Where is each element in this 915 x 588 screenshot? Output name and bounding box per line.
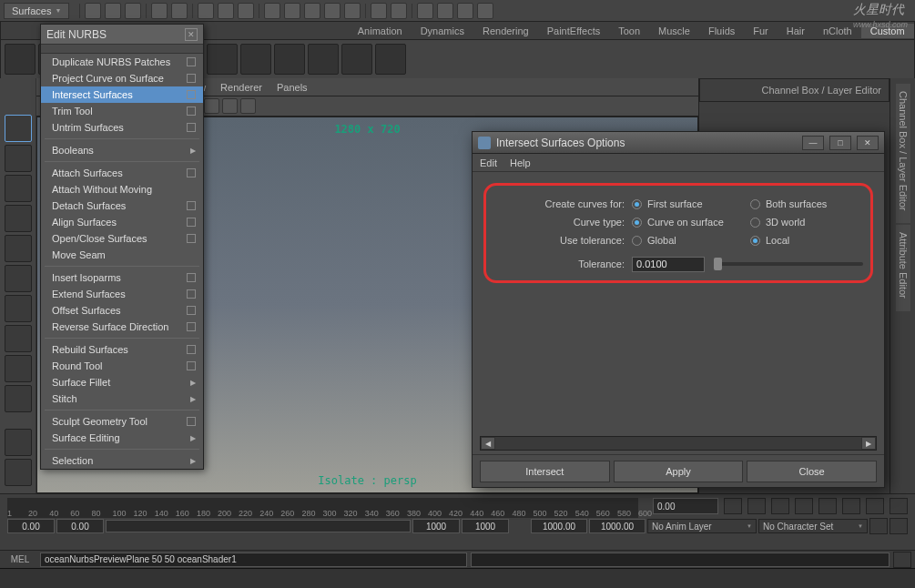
dialog-menu-edit[interactable]: Edit (480, 157, 497, 168)
snap-plane-icon[interactable] (324, 3, 341, 19)
redo-icon[interactable] (171, 3, 188, 19)
shelf-tab-animation[interactable]: Animation (349, 24, 412, 38)
time-ruler[interactable]: 1204060801001201401601802002202402602803… (7, 498, 638, 518)
menu-item-move-seam[interactable]: Move Seam (41, 247, 203, 263)
snap-curve-icon[interactable] (284, 3, 300, 19)
current-frame-input[interactable] (653, 498, 718, 514)
undo-icon[interactable] (151, 3, 168, 19)
menu-item-open-close-surfaces[interactable]: Open/Close Surfaces (41, 230, 203, 247)
range-end2[interactable] (589, 519, 646, 533)
menu-item-surface-fillet[interactable]: Surface Fillet▶ (41, 374, 203, 390)
menu-item-intersect-surfaces[interactable]: Intersect Surfaces (41, 86, 203, 103)
option-box-icon[interactable] (187, 306, 196, 315)
tolerance-slider[interactable] (714, 262, 863, 266)
option-box-icon[interactable] (187, 90, 196, 99)
option-box-icon[interactable] (187, 273, 196, 282)
menu-tear-strip[interactable] (41, 45, 203, 54)
shelf-icon[interactable] (375, 44, 406, 75)
option-box-icon[interactable] (187, 322, 196, 331)
range-in-input[interactable] (56, 519, 104, 533)
play-fwd-icon[interactable] (818, 498, 837, 514)
radio-both-surfaces[interactable]: Both surfaces (750, 198, 827, 209)
lasso-icon[interactable] (218, 3, 234, 19)
menu-item-extend-surfaces[interactable]: Extend Surfaces (41, 286, 203, 302)
step-fwd-icon[interactable] (866, 498, 884, 514)
four-view-icon[interactable] (5, 459, 32, 486)
range-out-input[interactable] (412, 519, 460, 533)
command-input[interactable] (40, 553, 467, 567)
vp-menu-panels[interactable]: Panels (277, 82, 308, 93)
soft-mod-tool-icon[interactable] (5, 325, 32, 352)
shelf-icon[interactable] (341, 44, 372, 75)
maximize-icon[interactable]: □ (829, 136, 851, 150)
shelf-icon[interactable] (5, 44, 36, 75)
option-box-icon[interactable] (187, 74, 196, 83)
menu-item-duplicate-nurbs-patches[interactable]: Duplicate NURBS Patches (41, 54, 203, 70)
play-back-icon[interactable] (795, 498, 813, 514)
minimize-icon[interactable]: — (802, 136, 824, 150)
next-key-icon[interactable] (842, 498, 860, 514)
scroll-left-icon[interactable]: ◀ (481, 437, 495, 450)
radio-global[interactable]: Global (632, 235, 750, 246)
radio-curve-on-surface[interactable]: Curve on surface (632, 217, 750, 228)
vp-icon[interactable] (222, 98, 238, 114)
menu-item-trim-tool[interactable]: Trim Tool (41, 103, 203, 119)
close-button[interactable]: Close (747, 461, 877, 482)
render-settings-icon[interactable] (457, 3, 473, 19)
close-icon[interactable]: ✕ (857, 136, 879, 150)
menu-titlebar[interactable]: Edit NURBS ✕ (41, 25, 203, 45)
show-manipulator-icon[interactable] (5, 355, 32, 382)
fast-fwd-icon[interactable] (890, 498, 908, 514)
shelf-icon[interactable] (308, 44, 339, 75)
range-slider[interactable] (106, 520, 411, 532)
paint-tool-icon[interactable] (5, 175, 32, 202)
snap-grid-icon[interactable] (264, 3, 280, 19)
shelf-tab-hair[interactable]: Hair (778, 24, 814, 38)
vp-icon[interactable] (204, 98, 219, 114)
shelf-tab-painteffects[interactable]: PaintEffects (538, 24, 610, 38)
select-tool-icon[interactable] (5, 115, 32, 142)
vp-icon[interactable] (240, 98, 256, 114)
shelf-icon[interactable] (274, 44, 305, 75)
radio-3d-world[interactable]: 3D world (750, 217, 805, 228)
intersect-button[interactable]: Intersect (480, 461, 610, 482)
radio-local[interactable]: Local (750, 235, 789, 246)
menu-close-icon[interactable]: ✕ (185, 28, 198, 41)
snap-point-icon[interactable] (304, 3, 320, 19)
paint-select-icon[interactable] (238, 3, 254, 19)
option-box-icon[interactable] (187, 361, 196, 370)
render-view-icon[interactable] (477, 3, 493, 19)
dialog-scrollbar[interactable]: ◀ ▶ (480, 436, 877, 451)
prefs-icon[interactable] (890, 518, 908, 534)
rotate-tool-icon[interactable] (5, 235, 32, 262)
shelf-tab-fluids[interactable]: Fluids (699, 24, 744, 38)
render-icon[interactable] (417, 3, 433, 19)
menu-item-align-surfaces[interactable]: Align Surfaces (41, 214, 203, 230)
ipr-icon[interactable] (437, 3, 453, 19)
prev-key-icon[interactable] (771, 498, 789, 514)
rewind-icon[interactable] (724, 498, 742, 514)
anim-layer-dropdown[interactable]: No Anim Layer (647, 519, 757, 533)
step-back-icon[interactable] (747, 498, 766, 514)
move-tool-icon[interactable] (5, 205, 32, 232)
menu-item-surface-editing[interactable]: Surface Editing▶ (41, 430, 203, 446)
option-box-icon[interactable] (187, 289, 196, 299)
menu-item-reverse-surface-direction[interactable]: Reverse Surface Direction (41, 319, 203, 335)
history-off-icon[interactable] (391, 3, 407, 19)
select-icon[interactable] (198, 3, 214, 19)
range-start-input[interactable] (7, 519, 55, 533)
range-start2[interactable] (531, 519, 587, 533)
menu-item-booleans[interactable]: Booleans▶ (41, 142, 203, 158)
shelf-icon[interactable] (207, 44, 238, 75)
option-box-icon[interactable] (187, 218, 196, 227)
last-tool-icon[interactable] (5, 385, 32, 412)
vp-menu-renderer[interactable]: Renderer (220, 82, 262, 93)
tab-attribute-editor[interactable]: Attribute Editor (896, 225, 910, 311)
shelf-tab-rendering[interactable]: Rendering (473, 24, 538, 38)
scroll-right-icon[interactable]: ▶ (861, 437, 876, 450)
save-icon[interactable] (125, 3, 141, 19)
menu-item-detach-surfaces[interactable]: Detach Surfaces (41, 198, 203, 214)
menu-item-attach-without-moving[interactable]: Attach Without Moving (41, 181, 203, 198)
menu-item-project-curve-on-surface[interactable]: Project Curve on Surface (41, 70, 203, 86)
history-icon[interactable] (371, 3, 387, 19)
